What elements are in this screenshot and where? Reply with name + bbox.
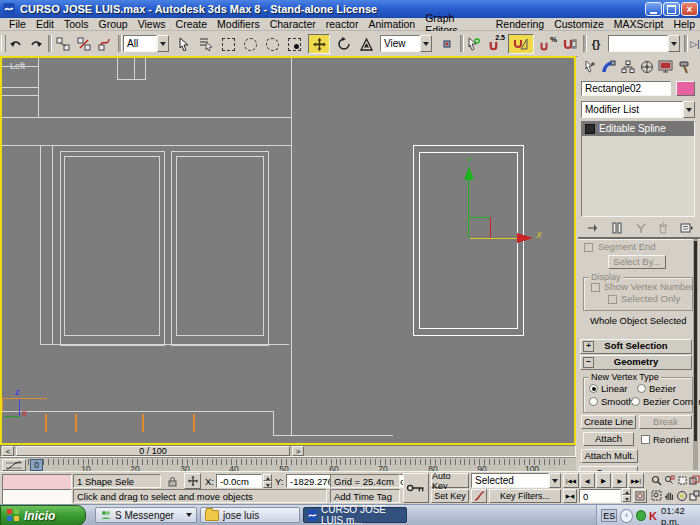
menu-views[interactable]: Views bbox=[133, 18, 171, 30]
menu-group[interactable]: Group bbox=[94, 18, 133, 30]
zoom-button[interactable] bbox=[650, 473, 663, 488]
task-messenger[interactable]: S Messenger bbox=[95, 507, 197, 523]
coord-system-dropdown[interactable]: View bbox=[380, 35, 432, 52]
select-and-scale-button[interactable] bbox=[356, 34, 376, 54]
key-filters-button[interactable]: Key Filters... bbox=[489, 489, 561, 503]
arc-rotate-button[interactable] bbox=[676, 488, 688, 503]
set-key-button[interactable]: Set Key bbox=[431, 489, 469, 503]
trackbar-frame-thumb[interactable]: 0 bbox=[30, 459, 43, 471]
menu-file[interactable]: File bbox=[4, 18, 31, 30]
use-pivot-center-button[interactable] bbox=[437, 34, 457, 54]
reorient-checkbox[interactable] bbox=[641, 435, 650, 444]
go-to-start-button[interactable]: |◀◀ bbox=[563, 473, 579, 488]
key-mode-toggle[interactable]: ▶◀ bbox=[563, 489, 577, 503]
bezier-radio[interactable] bbox=[637, 384, 646, 393]
kaspersky-icon[interactable]: K bbox=[649, 510, 657, 522]
go-to-end-button[interactable]: ▶▶| bbox=[628, 473, 644, 488]
task-jose-luis-folder[interactable]: jose luis bbox=[200, 507, 300, 523]
gizmo-plane-handle[interactable] bbox=[490, 217, 491, 239]
segment-end-checkbox[interactable] bbox=[584, 243, 593, 252]
x-spinner[interactable] bbox=[263, 474, 272, 489]
frame-spinner[interactable] bbox=[622, 488, 631, 503]
object-color-swatch[interactable] bbox=[676, 81, 695, 96]
key-mode-dropdown[interactable]: Selected bbox=[471, 473, 561, 488]
lightbulb-icon[interactable] bbox=[585, 124, 595, 134]
modifier-stack[interactable]: Editable Spline bbox=[581, 121, 695, 217]
maxscript-listener-pink[interactable] bbox=[2, 474, 72, 490]
x-field[interactable]: -0.0cm bbox=[216, 474, 262, 488]
menu-tools[interactable]: Tools bbox=[59, 18, 94, 30]
redo-button[interactable] bbox=[26, 34, 46, 54]
selection-filter-dropdown[interactable]: All bbox=[123, 35, 169, 52]
menu-character[interactable]: Character bbox=[265, 18, 321, 30]
menu-customize[interactable]: Customize bbox=[549, 18, 609, 30]
make-unique-button[interactable] bbox=[633, 220, 649, 235]
fence-selection-region-button[interactable] bbox=[262, 34, 282, 54]
tab-display[interactable] bbox=[656, 58, 675, 76]
time-configuration-button[interactable] bbox=[633, 489, 647, 503]
undo-button[interactable] bbox=[6, 34, 26, 54]
zoom-all-button[interactable] bbox=[663, 473, 676, 488]
bind-to-spacewarp-button[interactable] bbox=[95, 34, 115, 54]
show-vertex-numbers-checkbox[interactable] bbox=[591, 283, 600, 292]
angle-snap-toggle[interactable] bbox=[508, 34, 534, 54]
min-max-toggle-button[interactable] bbox=[688, 488, 700, 503]
menu-animation[interactable]: Animation bbox=[363, 18, 420, 30]
menu-help[interactable]: Help bbox=[668, 18, 700, 30]
language-indicator[interactable]: ES bbox=[601, 509, 617, 522]
menu-create[interactable]: Create bbox=[171, 18, 213, 30]
minimize-button[interactable] bbox=[645, 2, 662, 16]
gizmo-y-axis[interactable] bbox=[468, 180, 469, 238]
set-keys-button[interactable] bbox=[403, 473, 429, 503]
rectangular-selection-region-button[interactable] bbox=[218, 34, 238, 54]
select-and-move-button[interactable] bbox=[308, 34, 330, 54]
zoom-extents-all-button[interactable] bbox=[688, 473, 700, 488]
menu-reactor[interactable]: reactor bbox=[321, 18, 364, 30]
play-button[interactable]: ▶ bbox=[596, 473, 611, 488]
panel-scrollbar[interactable] bbox=[693, 239, 698, 470]
current-frame-field[interactable]: 0 bbox=[579, 489, 621, 503]
spinner-snap-toggle[interactable] bbox=[560, 34, 580, 54]
attach-mult-button[interactable]: Attach Mult. bbox=[581, 449, 638, 463]
task-3dsmax-active[interactable]: CURSO JOSE LUIS.m... bbox=[303, 507, 407, 523]
show-end-result-button[interactable] bbox=[609, 220, 625, 235]
pan-button[interactable] bbox=[663, 488, 676, 503]
menu-edit[interactable]: Edit bbox=[31, 18, 59, 30]
menu-rendering[interactable]: Rendering bbox=[491, 18, 549, 30]
next-frame-button[interactable]: |▶ bbox=[612, 473, 627, 488]
time-slider-thumb[interactable]: 0 / 100 bbox=[16, 446, 290, 456]
circular-selection-region-button[interactable] bbox=[240, 34, 260, 54]
select-and-rotate-button[interactable] bbox=[334, 34, 354, 54]
tab-motion[interactable] bbox=[637, 58, 656, 76]
configure-modifier-sets-button[interactable] bbox=[677, 220, 695, 235]
track-bar[interactable]: 0 10 20 30 40 50 60 70 80 90 100 0 bbox=[0, 457, 576, 472]
menu-modifiers[interactable]: Modifiers bbox=[212, 18, 265, 30]
messenger-tray-icon[interactable] bbox=[636, 510, 646, 521]
hide-icons-chevron[interactable]: ‹ bbox=[620, 509, 633, 523]
gizmo-x-axis[interactable] bbox=[470, 238, 518, 239]
named-selection-sets-button[interactable]: {} bbox=[587, 34, 605, 54]
soft-selection-rollout[interactable]: + Soft Selection bbox=[580, 339, 692, 354]
selected-only-checkbox[interactable] bbox=[608, 295, 617, 304]
select-and-manipulate-button[interactable] bbox=[464, 34, 482, 54]
object-name-field[interactable]: Rectangle02 bbox=[581, 81, 671, 96]
unlink-selection-button[interactable] bbox=[74, 34, 94, 54]
maxscript-listener-white[interactable] bbox=[2, 489, 72, 505]
snap-toggle-button[interactable]: 2.5 bbox=[486, 34, 506, 54]
smooth-radio[interactable] bbox=[589, 397, 598, 406]
tab-create[interactable] bbox=[580, 58, 599, 76]
select-and-link-button[interactable] bbox=[53, 34, 73, 54]
pin-stack-button[interactable] bbox=[585, 220, 601, 235]
select-by-button[interactable]: Select By... bbox=[608, 255, 666, 269]
restore-button[interactable] bbox=[663, 2, 680, 16]
default-in-out-tangents-button[interactable] bbox=[471, 489, 487, 503]
open-mini-curve-editor-button[interactable] bbox=[2, 459, 26, 471]
named-selection-dropdown[interactable] bbox=[608, 35, 680, 52]
start-button[interactable]: Inicio bbox=[0, 505, 86, 525]
window-crossing-toggle[interactable] bbox=[284, 34, 304, 54]
select-by-name-button[interactable] bbox=[196, 34, 216, 54]
viewport-left[interactable]: Left Y X bbox=[0, 56, 576, 445]
tab-hierarchy[interactable] bbox=[618, 58, 637, 76]
mirror-button[interactable]: ▷| bbox=[688, 34, 700, 54]
percent-snap-toggle[interactable]: % bbox=[538, 34, 558, 54]
